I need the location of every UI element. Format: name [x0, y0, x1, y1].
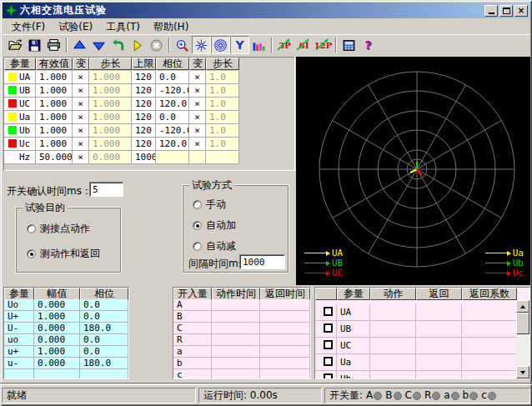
- save-button[interactable]: [25, 36, 44, 54]
- cell-rms[interactable]: 1.000: [36, 84, 73, 98]
- cell-action-time: [212, 323, 260, 334]
- cell-limit[interactable]: 120: [132, 84, 156, 98]
- cell-vary[interactable]: ×: [73, 124, 89, 138]
- menu-help[interactable]: 帮助(H): [148, 19, 194, 35]
- cell-limit[interactable]: 120: [132, 124, 156, 138]
- menu-test[interactable]: 试验(E): [53, 19, 98, 35]
- cell-vary2[interactable]: ×: [189, 98, 206, 111]
- cell-step[interactable]: 0.000: [89, 151, 132, 164]
- cell-phase[interactable]: -120.0: [156, 84, 189, 98]
- phasor-view-button[interactable]: [192, 36, 211, 54]
- menu-file[interactable]: 文件(F): [6, 19, 51, 35]
- interval-input[interactable]: [239, 254, 285, 269]
- cell-phase[interactable]: 0.0: [156, 71, 189, 84]
- toolbar: Y 3P 6I 12P ?: [3, 34, 529, 55]
- cell-rms[interactable]: 1.000: [36, 138, 73, 151]
- cell-limit[interactable]: 1000: [132, 151, 156, 164]
- open-button[interactable]: [6, 36, 25, 54]
- cell-limit[interactable]: 120: [132, 98, 156, 111]
- stop-button[interactable]: [147, 36, 166, 54]
- cell-step2[interactable]: 1.0: [206, 124, 239, 138]
- cell-step2[interactable]: 1.0: [206, 138, 239, 151]
- cell-vary2[interactable]: ×: [189, 84, 206, 98]
- cell-rms[interactable]: 1.000: [36, 124, 73, 138]
- radio-action-return[interactable]: 测动作和返回: [27, 247, 100, 261]
- lower-button[interactable]: [89, 36, 108, 54]
- help-button[interactable]: ?: [359, 36, 378, 54]
- start-button[interactable]: [128, 36, 147, 54]
- y-view-button[interactable]: Y: [230, 36, 249, 54]
- maximize-button[interactable]: [499, 5, 513, 17]
- cell-vary2[interactable]: ×: [189, 71, 206, 84]
- cell-vary2[interactable]: [189, 151, 206, 164]
- mode-3p-button[interactable]: 3P: [275, 36, 294, 54]
- cell-step[interactable]: 1.000: [89, 71, 132, 84]
- circle-view-button[interactable]: [211, 36, 230, 54]
- sequence-table: 参量 幅值 相位 Uo0.0000.0 U+1.0000.0 U-0.00018…: [3, 287, 129, 379]
- vertical-scrollbar[interactable]: [516, 300, 529, 378]
- cell-step[interactable]: 1.000: [89, 138, 132, 151]
- row-checkbox[interactable]: [324, 307, 333, 316]
- cell-vary2[interactable]: ×: [189, 138, 206, 151]
- title-bar[interactable]: 六相交流电压试验 ×: [3, 3, 529, 18]
- row-checkbox[interactable]: [324, 373, 333, 379]
- cell-phase[interactable]: 120.0: [156, 98, 189, 111]
- cell-vary[interactable]: ×: [73, 71, 89, 84]
- cell-phase[interactable]: 0.0: [156, 111, 189, 124]
- mode-6i-button[interactable]: 6I: [294, 36, 314, 54]
- cell-step[interactable]: 1.000: [89, 111, 132, 124]
- cell-step2[interactable]: 1.0: [206, 98, 239, 111]
- menu-tools[interactable]: 工具(T): [100, 19, 146, 35]
- reset-button[interactable]: [108, 36, 128, 54]
- cell-step[interactable]: 1.000: [89, 98, 132, 111]
- cell-limit[interactable]: 120: [132, 111, 156, 124]
- cell-step[interactable]: 1.000: [89, 124, 132, 138]
- cell-vary[interactable]: ×: [73, 84, 89, 98]
- switch-indicator: c: [481, 388, 496, 403]
- cell-rms[interactable]: 1.000: [36, 111, 73, 124]
- raise-button[interactable]: [70, 36, 89, 54]
- cell-vary[interactable]: ×: [73, 98, 89, 111]
- confirm-time-input[interactable]: [89, 182, 123, 197]
- calculator-button[interactable]: [339, 36, 359, 54]
- cell: 0.000: [34, 358, 80, 369]
- cell-vary[interactable]: ×: [73, 151, 89, 164]
- zoom-button[interactable]: [173, 36, 192, 54]
- cell-step2[interactable]: 1.0: [206, 71, 239, 84]
- cell-phase[interactable]: 120.0: [156, 138, 189, 151]
- radio-auto-decrease[interactable]: 自动减: [193, 239, 236, 253]
- scroll-thumb[interactable]: [516, 313, 529, 334]
- cell-step2[interactable]: 1.0: [206, 84, 239, 98]
- radio-auto-increase[interactable]: 自动加: [193, 218, 236, 233]
- cell-vary2[interactable]: ×: [189, 124, 206, 138]
- row-checkbox[interactable]: [324, 357, 333, 366]
- undo-arrow-icon: [111, 38, 125, 53]
- cell-rms[interactable]: 50.000: [36, 151, 73, 164]
- radio-contact-action[interactable]: 测接点动作: [27, 222, 90, 236]
- cell-limit[interactable]: 120: [132, 138, 156, 151]
- cell-step2[interactable]: 1.0: [206, 111, 239, 124]
- scroll-down-button[interactable]: [516, 366, 529, 378]
- cell-step2[interactable]: [206, 151, 239, 164]
- row-checkbox[interactable]: [324, 340, 333, 349]
- cell-step[interactable]: 1.000: [89, 84, 132, 98]
- cell-vary[interactable]: ×: [73, 138, 89, 151]
- toolbar-separator: [168, 38, 170, 53]
- minimize-button[interactable]: [484, 5, 498, 17]
- row-checkbox[interactable]: [324, 323, 333, 333]
- bar-chart-button[interactable]: [249, 36, 269, 54]
- cell-return: [416, 354, 462, 371]
- scroll-up-button[interactable]: [516, 300, 529, 313]
- cell-rms[interactable]: 1.000: [36, 98, 73, 111]
- cell-phase[interactable]: -120.0: [156, 124, 189, 138]
- cell-rms[interactable]: 1.000: [36, 71, 73, 84]
- cell-phase[interactable]: [156, 151, 189, 164]
- cell-limit[interactable]: 120: [132, 71, 156, 84]
- close-button[interactable]: ×: [514, 5, 528, 17]
- cell-vary[interactable]: ×: [73, 111, 89, 124]
- cell-action-time: [212, 334, 260, 346]
- mode-12p-button[interactable]: 12P: [314, 36, 333, 54]
- print-button[interactable]: [44, 36, 63, 54]
- radio-manual[interactable]: 手动: [193, 198, 226, 212]
- cell-vary2[interactable]: ×: [189, 111, 206, 124]
